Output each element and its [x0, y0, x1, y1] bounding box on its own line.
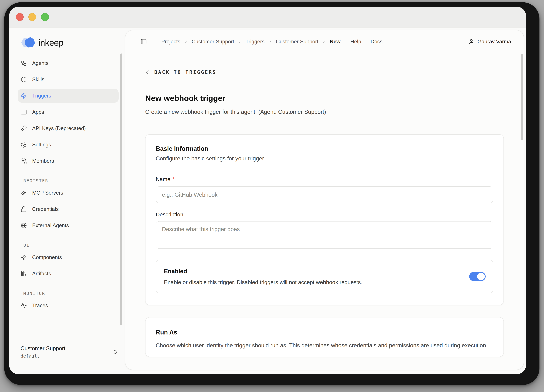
sidebar-item-label: Components — [32, 254, 62, 260]
sidebar: inkeep Agents — [9, 28, 125, 374]
sidebar-scrollbar[interactable] — [120, 53, 122, 325]
sidebar-item-label: API Keys (Deprecated) — [32, 125, 86, 131]
sidebar-item-label: MCP Servers — [32, 190, 63, 196]
sidebar-section-ui: UI — [23, 243, 125, 248]
sidebar-item-skills[interactable]: Skills — [18, 73, 118, 86]
lock-icon — [21, 206, 27, 212]
help-link[interactable]: Help — [350, 39, 361, 45]
sidebar-item-members[interactable]: Members — [18, 154, 118, 168]
run-as-description: Choose which user identity the trigger s… — [156, 341, 493, 350]
user-icon — [468, 39, 474, 45]
inkeep-logo-text: inkeep — [38, 38, 64, 48]
screenshot: inkeep Agents — [0, 0, 544, 392]
breadcrumb: Projects Customer Support Triggers Custo… — [161, 39, 341, 45]
chevron-right-icon — [268, 40, 272, 43]
sidebar-item-label: Credentials — [32, 206, 59, 212]
sidebar-item-label: Agents — [32, 60, 48, 66]
sidebar-item-label: Members — [32, 158, 54, 164]
sidebar-item-api-keys[interactable]: API Keys (Deprecated) — [18, 122, 118, 135]
description-textarea[interactable] — [156, 221, 493, 249]
page-subtitle: Create a new webhook trigger for this ag… — [145, 109, 504, 115]
users-icon — [21, 158, 27, 164]
header-divider — [154, 38, 154, 46]
sidebar-item-settings[interactable]: Settings — [18, 138, 118, 152]
enabled-description: Enable or disable this trigger. Disabled… — [164, 279, 459, 286]
arrow-left-icon — [145, 69, 151, 75]
docs-link[interactable]: Docs — [371, 39, 383, 45]
project-switcher[interactable]: Customer Support default — [21, 345, 118, 359]
sidebar-nav-ui: Components Artifacts — [18, 250, 118, 280]
chevrons-up-down-icon — [112, 349, 118, 355]
sidebar-item-label: Artifacts — [32, 271, 51, 277]
sidebar-nav-monitor: Traces — [18, 299, 118, 312]
card-title: Run As — [156, 328, 493, 336]
panel-header: Projects Customer Support Triggers Custo… — [125, 30, 524, 53]
account-menu[interactable]: Gaurav Varma — [468, 39, 511, 45]
sidebar-item-label: Apps — [32, 109, 44, 115]
key-icon — [21, 125, 27, 131]
sidebar-item-components[interactable]: Components — [18, 250, 118, 264]
minimize-window-button[interactable] — [28, 13, 36, 21]
sidebar-item-label: Traces — [32, 303, 48, 309]
page-title: New webhook trigger — [145, 94, 504, 102]
sidebar-nav-register: MCP Servers Credentials — [18, 186, 118, 232]
basic-information-card: Basic Information Configure the basic se… — [145, 134, 504, 305]
chevron-right-icon — [322, 40, 326, 43]
sidebar-item-credentials[interactable]: Credentials — [18, 202, 118, 216]
run-as-card: Run As Choose which user identity the tr… — [145, 317, 504, 357]
enabled-setting: Enabled Enable or disable this trigger. … — [156, 260, 493, 293]
chevron-right-icon — [238, 40, 242, 43]
sidebar-item-external-agents[interactable]: External Agents — [18, 219, 118, 232]
traffic-lights — [16, 13, 49, 21]
sidebar-nav-primary: Agents Skills — [18, 56, 118, 168]
panel-body: BACK TO TRIGGERS New webhook trigger Cre… — [125, 53, 524, 357]
close-window-button[interactable] — [16, 13, 24, 21]
sidebar-item-apps[interactable]: Apps — [18, 105, 118, 119]
mcp-icon — [21, 190, 27, 196]
hexagon-icon — [21, 76, 27, 83]
breadcrumb-projects[interactable]: Projects — [161, 39, 180, 45]
back-to-triggers-link[interactable]: BACK TO TRIGGERS — [145, 69, 217, 75]
breadcrumb-new: New — [330, 39, 340, 45]
name-label-text: Name — [156, 176, 171, 183]
globe-icon — [21, 222, 27, 229]
breadcrumb-triggers[interactable]: Triggers — [246, 39, 265, 45]
sidebar-item-mcp-servers[interactable]: MCP Servers — [18, 186, 118, 200]
inkeep-logo[interactable]: inkeep — [21, 36, 64, 48]
workflow-icon — [21, 60, 27, 66]
description-field-label: Description — [156, 211, 493, 218]
sidebar-item-label: External Agents — [32, 222, 69, 228]
sidebar-section-monitor: MONITOR — [23, 291, 125, 296]
breadcrumb-customer-support-2[interactable]: Customer Support — [276, 39, 318, 45]
gear-icon — [21, 142, 27, 148]
project-variant: default — [21, 353, 118, 359]
name-field-label: Name * — [156, 176, 493, 183]
library-icon — [21, 271, 27, 277]
sidebar-item-agents[interactable]: Agents — [18, 56, 118, 70]
breadcrumb-customer-support[interactable]: Customer Support — [192, 39, 234, 45]
enabled-title: Enabled — [164, 267, 459, 275]
card-title: Basic Information — [156, 145, 493, 153]
sidebar-item-triggers[interactable]: Triggers — [18, 89, 118, 103]
sidebar-toggle-button[interactable] — [140, 38, 147, 45]
activity-icon — [21, 303, 27, 309]
component-icon — [21, 254, 27, 261]
main-scrollbar[interactable] — [521, 54, 523, 140]
card-description: Configure the basic settings for your tr… — [156, 155, 493, 162]
back-link-label: BACK TO TRIGGERS — [154, 69, 217, 75]
name-input[interactable] — [156, 186, 493, 203]
app-window-icon — [21, 109, 27, 115]
zap-icon — [21, 93, 27, 99]
header-divider — [460, 38, 461, 46]
project-name: Customer Support — [21, 345, 118, 352]
main-panel: Projects Customer Support Triggers Custo… — [125, 30, 524, 370]
sidebar-item-traces[interactable]: Traces — [18, 299, 118, 312]
account-name: Gaurav Varma — [477, 39, 511, 45]
app-window: inkeep Agents — [9, 7, 526, 374]
sidebar-item-label: Settings — [32, 142, 51, 148]
titlebar — [9, 7, 526, 28]
enabled-toggle[interactable] — [469, 272, 486, 281]
sidebar-item-artifacts[interactable]: Artifacts — [18, 267, 118, 280]
zoom-window-button[interactable] — [41, 13, 49, 21]
sidebar-item-label: Skills — [32, 77, 44, 83]
